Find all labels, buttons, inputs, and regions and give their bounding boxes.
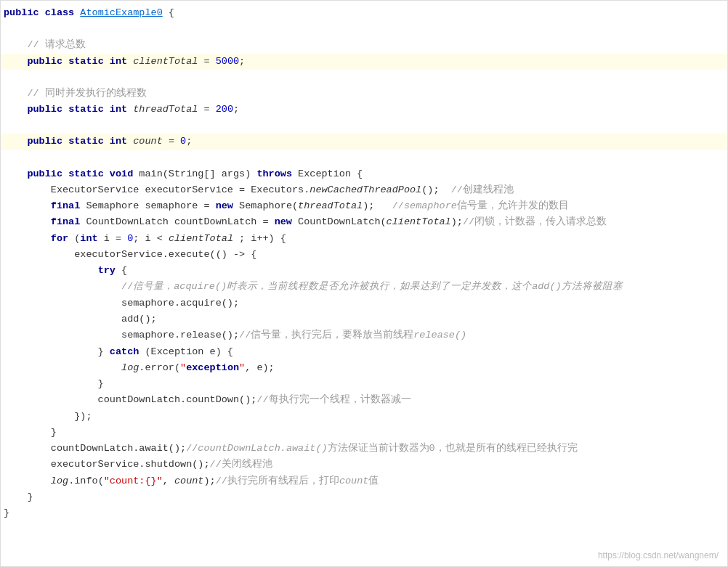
class-link[interactable]: AtomicExample0 (80, 7, 162, 18)
number: 0 (180, 136, 186, 147)
line-content: add(); (1, 311, 727, 327)
code-line: public static int threadTotal = 200; (1, 102, 727, 118)
keyword: void (110, 168, 133, 179)
keyword: int (80, 233, 97, 244)
code-line: } (1, 425, 727, 441)
comment: //countDownLatch.await()方法保证当前计数器为0，也就是所… (186, 443, 578, 454)
line-content: for (int i = 0; i < clientTotal ; i++) { (1, 231, 727, 247)
line-content: public class AtomicExample0 { (1, 5, 727, 21)
comment: // 请求总数 (4, 39, 86, 50)
keyword: public (27, 136, 62, 147)
line-content: } (1, 376, 727, 392)
number: 200 (216, 104, 233, 115)
comment: // 同时并发执行的线程数 (4, 88, 147, 99)
watermark: https://blog.csdn.net/wangnem/ (598, 550, 719, 560)
code-line: semaphore.acquire(); (1, 295, 727, 311)
line-content: } (1, 425, 727, 441)
line-content: }); (1, 409, 727, 425)
comment: //关闭线程池 (210, 459, 272, 470)
keyword: int (110, 56, 127, 67)
number: 5000 (216, 56, 239, 67)
line-content: // 同时并发执行的线程数 (1, 86, 727, 102)
var: clientTotal (133, 56, 198, 67)
keyword: for (51, 233, 68, 244)
var: threadTotal (133, 104, 198, 115)
keyword: try (98, 265, 116, 276)
line-content: log.info("count:{}", count);//执行完所有线程后，打… (1, 473, 727, 489)
code-line-empty (1, 118, 727, 134)
comment: //执行完所有线程后，打印count值 (216, 476, 379, 486)
number: 0 (127, 233, 133, 244)
code-line: try { (1, 263, 727, 279)
var: clientTotal (387, 216, 451, 227)
line-content: } (1, 505, 727, 521)
code-line: ExecutorService executorService = Execut… (1, 182, 727, 198)
line-content: executorService.shutdown();//关闭线程池 (1, 457, 727, 473)
code-line-empty (1, 150, 727, 166)
code-line: } (1, 376, 727, 392)
line-content: try { (1, 263, 727, 279)
code-line: //信号量，acquire()时表示，当前线程数是否允许被执行，如果达到了一定并… (1, 279, 727, 295)
line-content: log.error("exception", e); (1, 360, 727, 376)
comment: //semaphore信号量，允许并发的数目 (392, 200, 569, 211)
line-content: countDownLatch.await();//countDownLatch.… (1, 441, 727, 457)
comment: //闭锁，计数器，传入请求总数 (463, 216, 607, 227)
code-line: countDownLatch.countDown();//每执行完一个线程，计数… (1, 392, 727, 408)
keyword: new (216, 200, 233, 211)
line-content: final CountDownLatch countDownLatch = ne… (1, 214, 727, 230)
code-line: add(); (1, 311, 727, 327)
line-content: public static int clientTotal = 5000; (1, 54, 727, 70)
code-line: for (int i = 0; i < clientTotal ; i++) { (1, 231, 727, 247)
comment: //创建线程池 (451, 184, 514, 195)
line-content: public static int count = 0; (1, 134, 727, 150)
comment: //信号量，acquire()时表示，当前线程数是否允许被执行，如果达到了一定并… (121, 281, 623, 292)
code-line: countDownLatch.await();//countDownLatch.… (1, 441, 727, 457)
keyword: int (110, 104, 127, 115)
code-line: log.info("count:{}", count);//执行完所有线程后，打… (1, 473, 727, 489)
code-line: log.error("exception", e); (1, 360, 727, 376)
code-line-highlighted: public static int clientTotal = 5000; (1, 54, 727, 70)
keyword: static (68, 136, 104, 147)
code-area: public class AtomicExample0 { // 请求总数 pu… (1, 1, 727, 526)
code-line: executorService.shutdown();//关闭线程池 (1, 457, 727, 473)
var-italic: log (121, 362, 139, 373)
var: threadTotal (298, 200, 363, 211)
code-line: } (1, 489, 727, 505)
keyword: static (68, 168, 104, 179)
line-content: public static int threadTotal = 200; (1, 102, 727, 118)
var: count (174, 476, 204, 486)
code-line-highlighted2: public static int count = 0; (1, 134, 727, 150)
code-line-empty (1, 21, 727, 37)
string: "exception" (180, 362, 245, 373)
keyword: final (51, 200, 81, 211)
comment: //每执行完一个线程，计数器减一 (256, 394, 410, 405)
line-content: executorService.execute(() -> { (1, 247, 727, 263)
line-content: ExecutorService executorService = Execut… (1, 182, 727, 198)
code-line: public class AtomicExample0 { (1, 5, 727, 21)
var-italic: log (51, 476, 68, 486)
var: clientTotal (169, 233, 233, 244)
code-line: // 请求总数 (1, 37, 727, 53)
var: count (133, 136, 163, 147)
line-content: } catch (Exception e) { (1, 344, 727, 360)
keyword: public (27, 168, 62, 179)
line-content: final Semaphore semaphore = new Semaphor… (1, 198, 727, 214)
keyword: int (110, 136, 127, 147)
keyword: static (68, 104, 104, 115)
line-content: public static void main(String[] args) t… (1, 166, 727, 182)
keyword: new (275, 216, 292, 227)
keyword: static (68, 56, 104, 67)
keyword: throws (256, 168, 292, 179)
keyword: public (4, 7, 39, 18)
keyword: final (51, 216, 81, 227)
line-content: } (1, 489, 727, 505)
keyword: public (27, 104, 62, 115)
line-content: countDownLatch.countDown();//每执行完一个线程，计数… (1, 392, 727, 408)
code-line: } (1, 505, 727, 521)
code-container: public class AtomicExample0 { // 请求总数 pu… (0, 0, 728, 567)
keyword: class (45, 7, 75, 18)
code-line: executorService.execute(() -> { (1, 247, 727, 263)
code-line: final CountDownLatch countDownLatch = ne… (1, 214, 727, 230)
keyword: public (27, 56, 62, 67)
line-content: // 请求总数 (1, 37, 727, 53)
